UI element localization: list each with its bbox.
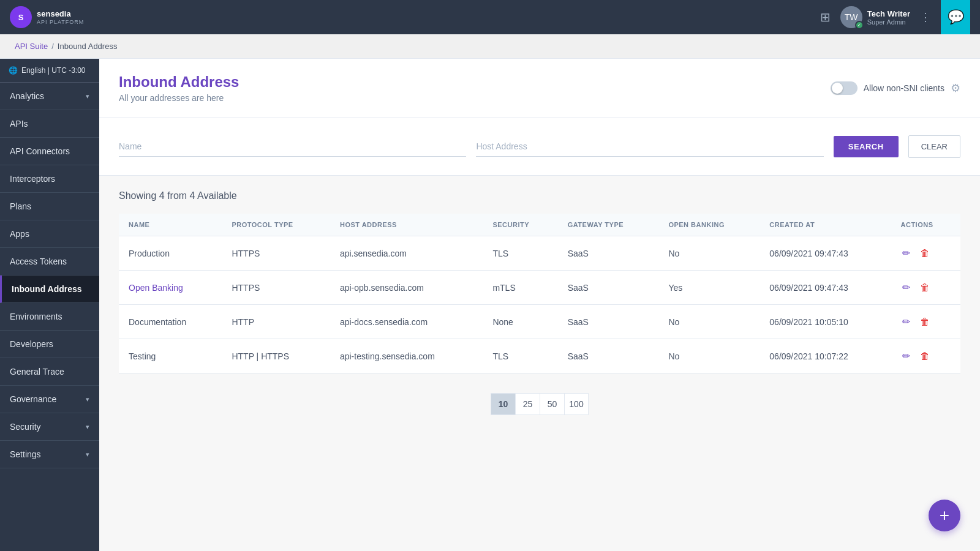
table-row: Testing HTTP | HTTPS api-testing.sensedi…	[119, 339, 960, 373]
sidebar-label-developers: Developers	[10, 339, 53, 349]
sidebar-label-api-connectors: API Connectors	[10, 146, 70, 156]
chevron-down-icon: ▾	[86, 395, 89, 403]
cell-created-at: 06/09/2021 10:07:22	[760, 339, 891, 373]
logo-sub: API PLATFORM	[37, 19, 84, 25]
cell-open-banking: No	[658, 236, 760, 271]
search-button[interactable]: SEARCH	[834, 136, 899, 157]
sidebar-label-inbound-address: Inbound Address	[12, 284, 82, 294]
sidebar-item-plans[interactable]: Plans	[0, 193, 99, 220]
cell-open-banking: No	[658, 339, 760, 373]
page-header: Inbound Address All your addresses are h…	[99, 59, 980, 118]
page-title-block: Inbound Address All your addresses are h…	[119, 73, 239, 103]
sidebar-item-inbound-address[interactable]: Inbound Address	[0, 276, 99, 303]
table-row: Open Banking HTTPS api-opb.sensedia.com …	[119, 271, 960, 305]
cell-host: api.sensedia.com	[330, 236, 483, 271]
table-row: Documentation HTTP api-docs.sensedia.com…	[119, 305, 960, 339]
add-button[interactable]: +	[929, 500, 960, 531]
locale-label: English | UTC -3:00	[21, 66, 86, 75]
cell-host: api-opb.sensedia.com	[330, 271, 483, 305]
plus-icon: +	[940, 506, 949, 525]
logo-area: S sensedia API PLATFORM	[10, 6, 84, 28]
col-name: NAME	[119, 214, 222, 236]
sidebar-item-settings[interactable]: Settings ▾	[0, 441, 99, 468]
search-name-input[interactable]	[119, 137, 466, 157]
sidebar: 🌐 English | UTC -3:00 Analytics ▾ APIs A…	[0, 59, 99, 551]
col-host: HOST ADDRESS	[330, 214, 483, 236]
settings-icon[interactable]: ⚙	[951, 81, 960, 95]
delete-button[interactable]: 🗑	[919, 247, 931, 260]
sidebar-item-security[interactable]: Security ▾	[0, 413, 99, 441]
col-protocol: PROTOCOL TYPE	[222, 214, 330, 236]
sidebar-label-governance: Governance	[10, 394, 56, 404]
allow-sni-toggle[interactable]	[831, 81, 858, 95]
delete-button[interactable]: 🗑	[919, 281, 931, 294]
pagination: 10 25 50 100	[119, 393, 960, 415]
grid-icon[interactable]: ⊞	[820, 10, 831, 24]
cell-created-at: 06/09/2021 09:47:43	[760, 236, 891, 271]
sidebar-label-environments: Environments	[10, 312, 62, 321]
inbound-address-table: NAME PROTOCOL TYPE HOST ADDRESS SECURITY…	[119, 214, 960, 373]
verified-badge	[855, 21, 864, 29]
edit-button[interactable]: ✏	[901, 349, 911, 363]
edit-button[interactable]: ✏	[901, 280, 911, 294]
sidebar-item-analytics[interactable]: Analytics ▾	[0, 83, 99, 110]
search-area: SEARCH CLEAR	[99, 118, 980, 176]
sidebar-label-security: Security	[10, 422, 41, 432]
cell-protocol: HTTP	[222, 305, 330, 339]
clear-button[interactable]: CLEAR	[908, 135, 960, 158]
user-area: TW Tech Writer Super Admin	[840, 6, 910, 28]
allow-sni-control: Allow non-SNI clients ⚙	[831, 81, 960, 95]
layout: 🌐 English | UTC -3:00 Analytics ▾ APIs A…	[0, 59, 980, 551]
delete-button[interactable]: 🗑	[919, 315, 931, 329]
cell-name: Documentation	[119, 305, 222, 339]
delete-button[interactable]: 🗑	[919, 350, 931, 363]
sidebar-item-governance[interactable]: Governance ▾	[0, 386, 99, 413]
sidebar-item-apps[interactable]: Apps	[0, 220, 99, 248]
allow-sni-label: Allow non-SNI clients	[864, 83, 944, 93]
page-size-25[interactable]: 25	[515, 393, 540, 415]
edit-button[interactable]: ✏	[901, 315, 911, 329]
sidebar-label-apps: Apps	[10, 229, 29, 239]
logo-name: sensedia	[37, 9, 84, 19]
cell-protocol: HTTPS	[222, 236, 330, 271]
sidebar-item-environments[interactable]: Environments	[0, 303, 99, 331]
sidebar-item-api-connectors[interactable]: API Connectors	[0, 138, 99, 165]
showing-count: Showing 4 from 4 Available	[119, 190, 960, 201]
main-content: Inbound Address All your addresses are h…	[99, 59, 980, 551]
cell-security: mTLS	[483, 271, 557, 305]
sidebar-locale[interactable]: 🌐 English | UTC -3:00	[0, 59, 99, 83]
sidebar-item-access-tokens[interactable]: Access Tokens	[0, 248, 99, 276]
breadcrumb-parent[interactable]: API Suite	[15, 42, 48, 51]
cell-security: None	[483, 305, 557, 339]
search-host-input[interactable]	[476, 137, 823, 157]
sidebar-item-developers[interactable]: Developers	[0, 331, 99, 358]
sidebar-label-settings: Settings	[10, 449, 41, 459]
sidebar-label-general-trace: General Trace	[10, 367, 64, 377]
cell-gateway: SaaS	[558, 236, 659, 271]
page-size-100[interactable]: 100	[564, 393, 589, 415]
cell-gateway: SaaS	[558, 271, 659, 305]
locale-icon: 🌐	[9, 66, 18, 75]
more-menu-button[interactable]: ⋮	[920, 10, 931, 24]
cell-host: api-docs.sensedia.com	[330, 305, 483, 339]
cell-open-banking: Yes	[658, 271, 760, 305]
cell-security: TLS	[483, 236, 557, 271]
chat-button[interactable]: 💬	[941, 0, 970, 34]
chevron-down-icon: ▾	[86, 92, 89, 100]
user-info: Tech Writer Super Admin	[867, 9, 910, 26]
page-size-50[interactable]: 50	[540, 393, 564, 415]
user-name: Tech Writer	[867, 9, 910, 18]
page-size-10[interactable]: 10	[491, 393, 515, 415]
cell-security: TLS	[483, 339, 557, 373]
col-actions: ACTIONS	[891, 214, 960, 236]
sidebar-item-apis[interactable]: APIs	[0, 110, 99, 138]
col-security: SECURITY	[483, 214, 557, 236]
sidebar-item-interceptors[interactable]: Interceptors	[0, 165, 99, 193]
svg-text:S: S	[18, 13, 24, 22]
edit-button[interactable]: ✏	[901, 246, 911, 260]
cell-actions: ✏ 🗑	[891, 271, 960, 305]
sidebar-label-analytics: Analytics	[10, 91, 44, 101]
table-area: Showing 4 from 4 Available NAME PROTOCOL…	[99, 176, 980, 442]
table-row: Production HTTPS api.sensedia.com TLS Sa…	[119, 236, 960, 271]
sidebar-item-general-trace[interactable]: General Trace	[0, 358, 99, 386]
